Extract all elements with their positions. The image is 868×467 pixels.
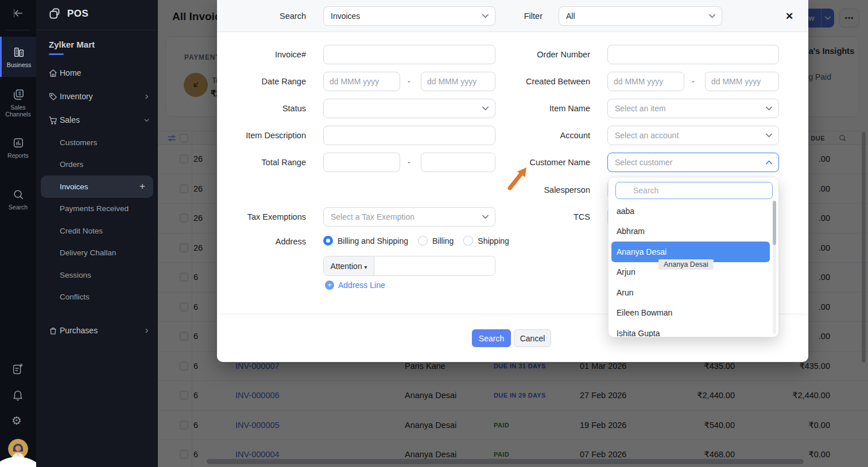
customer-select[interactable]: Select customer [607, 153, 779, 172]
advanced-search-modal: Search Invoices Filter All ✕ Invoice# Da… [217, 0, 808, 362]
add-note-icon[interactable] [11, 363, 24, 375]
add-invoice-icon[interactable]: + [140, 181, 145, 192]
dropdown-scrollbar-thumb[interactable] [773, 201, 776, 245]
address-label: Address [220, 237, 306, 246]
filter-value: All [566, 11, 575, 21]
sidebar-item-home[interactable]: Home [36, 61, 158, 84]
total-range-from-input[interactable] [323, 153, 400, 172]
radio-selected-icon[interactable] [323, 236, 333, 246]
sales-channels-icon: $ [12, 88, 25, 101]
search-icon [12, 188, 25, 201]
sidebar-item-label: Sales [60, 115, 80, 124]
radio-icon[interactable] [463, 236, 473, 246]
sidebar-item-purchases[interactable]: Purchases [36, 319, 158, 342]
org-name[interactable]: Zylker Mart [49, 40, 95, 49]
chevron-right-icon [144, 328, 150, 334]
date-range-to-input[interactable] [421, 72, 495, 91]
radio-label: Shipping [478, 236, 509, 246]
sidebar-item-orders[interactable]: Orders [41, 154, 153, 176]
rail-item-reports[interactable]: Reports [0, 131, 36, 164]
sidebar-item-payments-received[interactable]: Payments Received [41, 198, 153, 220]
item-name-label: Item Name [498, 104, 590, 113]
sidebar-item-conflicts[interactable]: Conflicts [41, 286, 153, 309]
sidebar-item-label: Orders [60, 160, 83, 169]
collapse-sidebar-icon[interactable] [11, 7, 24, 20]
range-dash: - [408, 158, 410, 167]
chevron-down-icon [766, 106, 772, 111]
sidebar-divider [36, 30, 158, 30]
customer-option[interactable]: Arun [609, 282, 773, 303]
rail-item-sales-channels[interactable]: $ Sales Channels [0, 81, 36, 124]
rail-item-business[interactable]: Business [0, 37, 36, 77]
attention-label: Attention [330, 262, 362, 271]
item-name-select[interactable]: Select an item [607, 99, 779, 118]
customer-dropdown-panel: aabaAbhramAnanya DesaiArjunArunEileen Bo… [608, 177, 779, 337]
account-select[interactable]: Select an account [607, 126, 779, 145]
radio-shipping[interactable]: Shipping [463, 236, 509, 246]
customer-option[interactable]: Abhram [609, 221, 773, 242]
icon-rail: Business $ Sales Channels Reports Search [0, 0, 36, 467]
add-address-line-link[interactable]: + Address Line [325, 281, 385, 290]
rail-item-label: Business [7, 61, 32, 68]
date-range-from-input[interactable] [323, 72, 400, 91]
chevron-down-icon [482, 106, 489, 111]
total-range-label: Total Range [220, 158, 306, 167]
sidebar-item-label: Purchases [60, 326, 98, 335]
app-window: All Invoices PAYMENT SUMMARY Total ₹2, Z… [0, 0, 868, 467]
total-range-to-input[interactable] [421, 153, 495, 172]
radio-label: Billing [432, 236, 454, 246]
notifications-bell-icon[interactable] [11, 389, 24, 402]
search-button[interactable]: Search [472, 329, 511, 347]
search-module-label: Search [249, 11, 306, 21]
chevron-down-icon [709, 14, 715, 18]
sidebar-item-label: Home [60, 68, 81, 77]
sidebar-item-sessions[interactable]: Sessions [41, 264, 153, 286]
customer-name-label: Customer Name [498, 158, 590, 167]
pos-logo-icon [47, 6, 62, 21]
order-number-label: Order Number [498, 50, 590, 59]
tax-exemption-select[interactable]: Select a Tax Exemption [323, 207, 495, 227]
address-radio-group: Billing and Shipping Billing Shipping [323, 236, 509, 246]
search-module-select[interactable]: Invoices [323, 6, 495, 26]
item-description-input[interactable] [323, 126, 495, 145]
salesperson-label: Salesperson [498, 185, 590, 194]
radio-billing[interactable]: Billing [418, 236, 454, 246]
customer-search-input[interactable] [615, 182, 773, 199]
tcs-label: TCS [498, 212, 590, 221]
rail-item-label: Sales Channels [3, 104, 34, 118]
customer-option[interactable]: Eileen Bowman [609, 303, 773, 324]
attention-dropdown-button[interactable]: Attention ▾ [324, 256, 374, 275]
sidebar-item-sales[interactable]: Sales [36, 108, 158, 131]
invoice-number-label: Invoice# [220, 50, 306, 59]
sidebar-item-inventory[interactable]: Inventory [36, 85, 158, 108]
order-number-input[interactable] [607, 45, 779, 64]
sales-children: CustomersOrdersInvoices+Payments Receive… [36, 131, 158, 308]
created-to-input[interactable] [705, 72, 779, 91]
customer-option[interactable]: Ishita Gupta [609, 323, 773, 337]
item-description-label: Item Description [220, 131, 306, 140]
sidebar-item-customers[interactable]: Customers [41, 131, 153, 154]
invoice-number-input[interactable] [323, 45, 495, 64]
sidebar-item-credit-notes[interactable]: Credit Notes [41, 220, 153, 242]
radio-billing-and-shipping[interactable]: Billing and Shipping [323, 236, 408, 246]
account-label: Account [498, 131, 590, 140]
sidebar-item-invoices[interactable]: Invoices+ [41, 176, 153, 198]
cancel-button[interactable]: Cancel [514, 329, 551, 347]
created-from-input[interactable] [607, 72, 684, 91]
close-icon[interactable]: ✕ [785, 10, 793, 22]
attention-value-input[interactable] [374, 256, 495, 275]
filter-select[interactable]: All [559, 6, 722, 26]
radio-icon[interactable] [418, 236, 428, 246]
settings-gear-icon[interactable]: ⚙ [11, 414, 22, 427]
user-avatar[interactable] [8, 439, 28, 459]
sidebar-item-label: Credit Notes [60, 227, 103, 235]
customer-option[interactable]: aaba [609, 201, 773, 221]
status-select[interactable] [323, 99, 495, 118]
item-name-placeholder: Select an item [615, 104, 666, 113]
tax-exemption-placeholder: Select a Tax Exemption [331, 212, 414, 221]
range-dash: - [692, 77, 695, 86]
tax-exemptions-label: Tax Exemptions [220, 212, 306, 221]
rail-item-search[interactable]: Search [0, 182, 36, 216]
date-range-label: Date Range [220, 77, 306, 86]
sidebar-item-delivery-challan[interactable]: Delivery Challan [41, 242, 153, 264]
